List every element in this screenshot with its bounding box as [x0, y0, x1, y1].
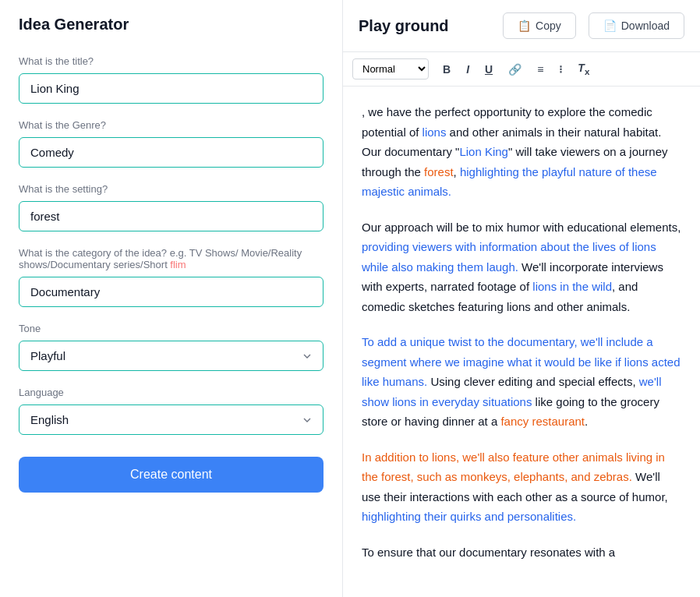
- language-select[interactable]: English Spanish French German: [19, 404, 323, 435]
- underline-button[interactable]: U: [479, 60, 499, 79]
- italic-button[interactable]: I: [460, 60, 476, 79]
- tone-label: Tone: [19, 323, 323, 334]
- right-panel: Play ground 📋 Copy 📄 Download Normal Hea…: [343, 0, 700, 597]
- genre-label: What is the Genre?: [19, 119, 323, 131]
- language-label: Language: [19, 387, 323, 398]
- download-icon: 📄: [603, 19, 617, 32]
- title-input[interactable]: [19, 73, 323, 104]
- ordered-list-button[interactable]: ≡: [531, 60, 550, 79]
- setting-group: What is the setting?: [19, 183, 323, 231]
- title-label: What is the title?: [19, 55, 323, 67]
- copy-icon: 📋: [518, 19, 531, 32]
- tone-group: Tone Playful Serious Humorous Dramatic: [19, 323, 323, 371]
- copy-button[interactable]: 📋 Copy: [503, 12, 576, 39]
- unordered-list-button[interactable]: ⁝: [553, 60, 568, 79]
- paragraph-4: In addition to lions, we'll also feature…: [362, 447, 681, 527]
- content-area: , we have the perfect opportunity to exp…: [343, 87, 700, 597]
- link-button[interactable]: 🔗: [502, 60, 528, 79]
- language-group: Language English Spanish French German: [19, 387, 323, 435]
- genre-group: What is the Genre?: [19, 119, 323, 168]
- left-panel: Idea Generator What is the title? What i…: [0, 0, 343, 597]
- download-button[interactable]: 📄 Download: [589, 12, 684, 39]
- genre-input[interactable]: [19, 137, 323, 168]
- paragraph-2: Our approach will be to mix humor with e…: [362, 217, 681, 317]
- paragraph-1: , we have the perfect opportunity to exp…: [362, 102, 681, 202]
- paragraph-5: To ensure that our documentary resonates…: [362, 542, 681, 563]
- right-header: Play ground 📋 Copy 📄 Download: [343, 0, 700, 52]
- format-select[interactable]: Normal Heading 1 Heading 2: [352, 58, 429, 79]
- tone-select[interactable]: Playful Serious Humorous Dramatic: [19, 341, 323, 371]
- title-group: What is the title?: [19, 55, 323, 104]
- setting-label: What is the setting?: [19, 183, 323, 195]
- clear-format-button[interactable]: Tx: [571, 58, 596, 79]
- category-input[interactable]: [19, 277, 323, 307]
- panel-title: Idea Generator: [19, 16, 323, 34]
- create-content-button[interactable]: Create content: [19, 457, 323, 493]
- formatting-toolbar: Normal Heading 1 Heading 2 B I U 🔗 ≡ ⁝ T…: [343, 52, 700, 87]
- setting-input[interactable]: [19, 201, 323, 231]
- category-group: What is the category of the idea? e.g. T…: [19, 247, 323, 307]
- paragraph-3: To add a unique twist to the documentary…: [362, 332, 681, 432]
- category-label: What is the category of the idea? e.g. T…: [19, 247, 323, 270]
- bold-button[interactable]: B: [437, 60, 457, 79]
- playground-title: Play ground: [359, 17, 490, 35]
